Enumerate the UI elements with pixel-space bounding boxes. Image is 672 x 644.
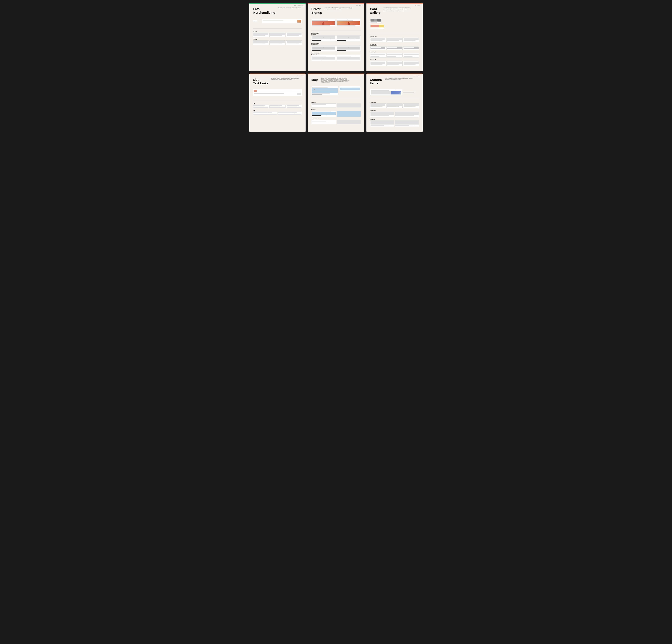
stacked-label: Stacked [253, 39, 302, 40]
carousel-label: Carousel [253, 31, 302, 32]
fullbleed-bottom-label: Full-bleed image(align bottom) [311, 52, 361, 55]
expanded-label: Expanded [311, 109, 361, 110]
fullbleed-center-section: Full-bleed image(align center) 3 3 [311, 43, 361, 51]
card-description: The most unique attribute on this compon… [383, 7, 412, 12]
gallery-card-3 [403, 38, 419, 42]
stacked-card-3 [403, 53, 419, 58]
stacked-card-1 [370, 53, 386, 58]
expanded-section: Expanded [311, 109, 361, 117]
gallery-text-card-1 [370, 47, 386, 50]
carousel-item-2 [269, 33, 286, 37]
card-label: Card Gallery [415, 5, 420, 6]
driver-frame-2: Fs desktop [337, 19, 361, 26]
card-list-text-links: List - Text Links List -Text Links Use t… [249, 73, 305, 132]
gallery-text-card-3 [403, 47, 419, 50]
three-up-images-section: 3-up images [370, 102, 419, 108]
fullbleed-bottom-section: Full-bleed image(align bottom) 3 3 [311, 52, 361, 61]
card-label: Eats Merchandising [295, 5, 303, 6]
card-content-items: Content Items ContentItems There are a f… [367, 73, 423, 132]
two-up-images-section: 2-up images [370, 110, 419, 117]
card-description: Map stories are used to display coordina… [321, 78, 349, 83]
card-header: List -Text Links Use this story to look … [253, 78, 302, 86]
two-up-label: 2-up [253, 110, 302, 111]
card-title: CardGallery [370, 7, 381, 15]
card-description: There are a few stories that pertain to … [385, 78, 413, 80]
carousel-16-9-text-section: Carousel 16:9(text on image) [370, 44, 419, 50]
card-header: Map Map stories are used to display coor… [311, 78, 361, 83]
stacked-section: Stacked [253, 39, 302, 45]
fullbleed-top-label: Full-bleed image(align top) [311, 33, 361, 35]
stacked-item-2 [269, 40, 286, 45]
card-gallery: Card Gallery CardGallery The most unique… [367, 3, 423, 71]
content-3up-3 [403, 103, 419, 108]
gallery-text-card-2 [386, 47, 403, 50]
card-header: ContentItems There are a few stories tha… [370, 78, 419, 86]
card-title: ContentItems [370, 78, 382, 85]
three-up-images-label: 3-up images [370, 102, 419, 103]
fullbleed-top-section: Full-bleed image(align top) 3 3 [311, 33, 361, 41]
get-directions-section: Get directions [311, 118, 361, 124]
collapsed-label: Collapsed [311, 102, 361, 103]
divider [370, 34, 419, 34]
card-header: DriverSignup See the story for more Prod… [311, 7, 361, 16]
card-label: List - Text Links [296, 75, 303, 77]
get-directions-label: Get directions [311, 118, 361, 119]
two-up-images-label: 2-up images [370, 110, 419, 111]
gallery-card-1 [370, 38, 386, 42]
carousel-item-1 [253, 33, 269, 37]
stacked-item-1 [253, 40, 269, 45]
carousel-item-3 [286, 33, 302, 37]
carousel-16-9-section: Carousel 16:9 [370, 36, 419, 42]
carousel-4-5-section: Carousel 4:5 [370, 59, 419, 66]
carousel-section: Carousel [253, 31, 302, 37]
one-up-image-section: 1-up image [370, 119, 419, 127]
stacked-16-9-label: Stacked 16:9 [370, 51, 419, 52]
card-title: List -Text Links [253, 78, 268, 85]
card-title: DriverSignup [311, 7, 322, 15]
card-description: See the story for more Product in driver… [325, 7, 354, 11]
content-3up-1 [370, 103, 386, 108]
card-map: Map Map Map stories are used to display … [308, 73, 364, 132]
card-driver-signup: Driver Signup DriverSignup See the story… [308, 3, 364, 71]
card-title: EatsMerchandising [253, 7, 275, 15]
card-label: Map [360, 75, 362, 77]
content-3up-2 [386, 103, 403, 108]
carousel-4-5-card-1 [370, 61, 386, 66]
three-up-item-2 [269, 105, 286, 108]
card-description: Use this story to look at all of the uni… [271, 78, 300, 80]
divider [311, 99, 361, 99]
driver-frame-1: Fs desktop [311, 19, 335, 26]
stacked-card-2 [386, 53, 403, 58]
card-header: CardGallery The most unique attribute on… [370, 7, 419, 16]
carousel-4-5-label: Carousel 4:5 [370, 59, 419, 60]
card-label: Content Items [414, 75, 420, 77]
divider [370, 99, 419, 99]
collapsed-section: Collapsed [311, 102, 361, 107]
card-title: Map [311, 78, 318, 81]
one-up-image-label: 1-up image [370, 119, 419, 120]
stacked-item-3 [286, 40, 302, 45]
main-grid: Eats Merchandising EatsMerchandising Thi… [249, 3, 423, 132]
carousel-4-5-card-3 [403, 61, 419, 66]
stacked-16-9-section: Stacked 16:9 [370, 51, 419, 58]
three-up-label: 3-up [253, 103, 302, 104]
card-header: EatsMerchandising This story is specific… [253, 7, 302, 16]
carousel-4-5-card-2 [386, 61, 403, 66]
three-up-item-3 [286, 105, 302, 108]
fullbleed-center-label: Full-bleed image(align center) [311, 43, 361, 45]
three-up-item-1 [253, 105, 269, 108]
gallery-card-2 [386, 38, 403, 42]
carousel-16-9-label: Carousel 16:9 [370, 36, 419, 37]
divider [311, 30, 361, 31]
card-label: Driver Signup [356, 5, 362, 6]
card-eats-merchandising: Eats Merchandising EatsMerchandising Thi… [249, 3, 305, 71]
carousel-16-9-text-label: Carousel 16:9(text on image) [370, 44, 419, 46]
two-up-section: 2-up [253, 110, 302, 115]
three-up-section: 3-up [253, 103, 302, 108]
card-description: This story is specific to display, allow… [278, 7, 302, 9]
